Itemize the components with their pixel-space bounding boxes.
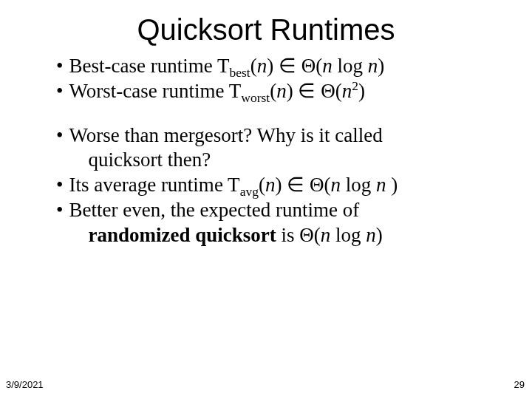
bullet-text: Better even, the expected runtime of ran… (69, 198, 486, 248)
text-line: randomized quicksort is Θ(n log n) (69, 223, 486, 248)
superscript: 2 (352, 78, 358, 93)
text-fragment: ( (259, 174, 265, 196)
text-fragment: Worst-case runtime T (69, 80, 241, 102)
bullet-dot: • (56, 123, 69, 174)
text-fragment: ) (267, 55, 279, 77)
text-fragment: Its average runtime T (69, 174, 239, 196)
text-fragment: is (276, 224, 300, 246)
text-fragment: ) (287, 80, 299, 102)
bullet-average-runtime: • Its average runtime Tavg(n) ∈ Θ(n log … (56, 173, 486, 198)
text-fragment: ) (376, 224, 383, 246)
bullet-block-2: • Worse than mergesort? Why is it called… (56, 123, 486, 248)
text-fragment: ( (270, 80, 276, 102)
bullet-worse-than-mergesort: • Worse than mergesort? Why is it called… (56, 123, 486, 174)
slide-title: Quicksort Runtimes (0, 0, 532, 54)
footer-page-number: 29 (514, 379, 525, 390)
subscript: worst (241, 90, 270, 105)
text-fragment: ( (250, 55, 257, 77)
var-n: n (376, 174, 391, 196)
text-fragment: log (330, 224, 366, 246)
footer-date: 3/9/2021 (6, 379, 44, 390)
element-of-symbol: ∈ (298, 80, 316, 102)
theta-symbol: Θ (310, 174, 324, 196)
text-fragment: log (341, 174, 376, 196)
subscript: best (229, 65, 250, 80)
text-line: quicksort then? (69, 148, 486, 173)
bullet-dot: • (56, 79, 69, 104)
bullet-block-1: • Best-case runtime Tbest(n) ∈ Θ(n log n… (56, 54, 486, 104)
text-line: Worse than mergesort? Why is it called (69, 124, 382, 146)
bullet-text: Its average runtime Tavg(n) ∈ Θ(n log n … (69, 173, 486, 198)
element-of-symbol: ∈ (279, 55, 296, 77)
theta-symbol: Θ (321, 80, 335, 102)
slide-body: • Best-case runtime Tbest(n) ∈ Θ(n log n… (0, 54, 532, 248)
var-n: n (330, 174, 341, 196)
element-of-symbol: ∈ (287, 174, 304, 196)
bullet-text: Worse than mergesort? Why is it called q… (69, 123, 486, 174)
text-fragment: Best-case runtime T (69, 55, 229, 77)
bullet-dot: • (56, 198, 69, 248)
slide: Quicksort Runtimes • Best-case runtime T… (0, 0, 532, 399)
bullet-dot: • (56, 173, 69, 198)
strong-text: randomized quicksort (88, 224, 276, 246)
text-fragment: ) (358, 80, 365, 102)
var-n: n (321, 224, 331, 246)
var-n: n (276, 80, 287, 102)
bullet-dot: • (56, 54, 69, 79)
var-n: n (265, 174, 276, 196)
text-fragment: ) (378, 55, 384, 77)
var-n: n (368, 55, 378, 77)
var-n: n (366, 224, 376, 246)
text-fragment: ( (316, 55, 322, 77)
var-n: n (322, 55, 332, 77)
bullet-text: Best-case runtime Tbest(n) ∈ Θ(n log n) (69, 54, 486, 79)
text-fragment: log (332, 55, 368, 77)
text-fragment: ( (335, 80, 342, 102)
bullet-worst-case: • Worst-case runtime Tworst(n) ∈ Θ(n2) (56, 79, 486, 104)
text-fragment: ) (391, 174, 398, 196)
text-fragment: ) (275, 174, 287, 196)
bullet-randomized-quicksort: • Better even, the expected runtime of r… (56, 198, 486, 248)
bullet-best-case: • Best-case runtime Tbest(n) ∈ Θ(n log n… (56, 54, 486, 79)
var-n: n (257, 55, 267, 77)
subscript: avg (240, 184, 259, 199)
var-n: n (342, 80, 352, 102)
text-fragment: ( (314, 224, 321, 246)
bullet-text: Worst-case runtime Tworst(n) ∈ Θ(n2) (69, 79, 486, 104)
theta-symbol: Θ (299, 224, 314, 246)
theta-symbol: Θ (301, 55, 316, 77)
text-line: Better even, the expected runtime of (69, 199, 359, 221)
